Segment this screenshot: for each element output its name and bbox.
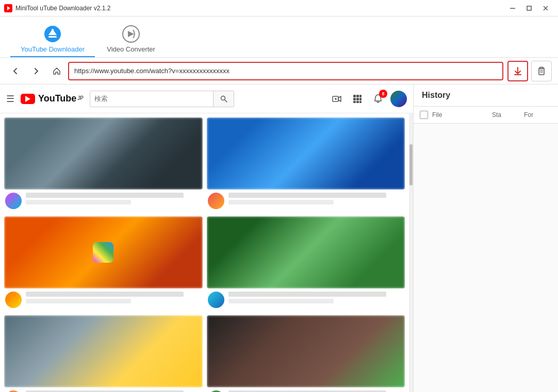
video-thumbnail bbox=[4, 117, 203, 190]
select-all-checkbox[interactable] bbox=[420, 111, 428, 119]
card-meta bbox=[228, 193, 404, 209]
svg-rect-7 bbox=[48, 36, 57, 38]
video-converter-label: Video Converter bbox=[107, 45, 155, 53]
close-button[interactable] bbox=[537, 1, 554, 15]
video-thumbnail bbox=[207, 315, 405, 387]
download-button[interactable] bbox=[507, 61, 528, 81]
card-info bbox=[4, 190, 203, 212]
svg-rect-3 bbox=[527, 6, 531, 10]
video-card[interactable] bbox=[4, 117, 203, 212]
url-input[interactable] bbox=[68, 62, 503, 80]
card-subtitle bbox=[26, 200, 131, 204]
title-bar: MiniTool uTube Downloader v2.1.2 bbox=[0, 0, 558, 16]
history-table-header: File Sta For bbox=[414, 107, 558, 124]
create-button[interactable] bbox=[329, 91, 345, 107]
card-info bbox=[4, 288, 203, 311]
youtube-content[interactable]: ライブ配信中 bbox=[0, 113, 409, 392]
card-meta bbox=[26, 193, 202, 209]
channel-icon bbox=[208, 292, 224, 308]
svg-rect-25 bbox=[356, 98, 359, 100]
youtube-logo-region: JP bbox=[77, 95, 84, 101]
svg-rect-23 bbox=[359, 95, 362, 97]
video-thumbnail bbox=[207, 216, 405, 288]
svg-line-17 bbox=[224, 99, 227, 102]
menu-icon[interactable]: ☰ bbox=[6, 93, 14, 105]
card-subtitle bbox=[26, 299, 131, 303]
search-button[interactable] bbox=[213, 91, 234, 107]
notification-badge: 8 bbox=[379, 90, 387, 98]
svg-rect-26 bbox=[359, 98, 362, 100]
apps-button[interactable] bbox=[349, 91, 366, 107]
video-thumbnail bbox=[207, 117, 405, 190]
search-input[interactable] bbox=[90, 91, 213, 107]
video-thumbnail bbox=[4, 216, 203, 288]
home-button[interactable] bbox=[47, 62, 66, 80]
youtube-header: ☰ YouTube JP bbox=[0, 84, 413, 113]
channel-icon bbox=[208, 193, 224, 209]
svg-rect-2 bbox=[510, 8, 515, 9]
scrollbar-thumb[interactable] bbox=[409, 144, 413, 185]
card-info bbox=[207, 190, 405, 212]
svg-rect-29 bbox=[359, 101, 362, 103]
user-avatar[interactable] bbox=[390, 91, 407, 107]
youtube-downloader-label: YouTube Downloader bbox=[21, 45, 85, 53]
toolbar bbox=[0, 58, 558, 84]
history-title: History bbox=[414, 84, 558, 107]
svg-rect-11 bbox=[514, 74, 521, 75]
youtube-logo[interactable]: YouTube JP bbox=[21, 93, 84, 104]
browser-panel: ☰ YouTube JP bbox=[0, 84, 414, 392]
maximize-button[interactable] bbox=[521, 1, 537, 15]
notifications-button[interactable]: 8 bbox=[370, 91, 386, 107]
svg-rect-22 bbox=[356, 95, 359, 97]
video-card[interactable] bbox=[207, 315, 405, 392]
card-meta bbox=[26, 292, 202, 308]
forward-button[interactable] bbox=[27, 62, 45, 80]
card-subtitle bbox=[228, 299, 334, 303]
video-converter-icon bbox=[122, 25, 140, 43]
card-title bbox=[26, 193, 184, 198]
app-title: MiniTool uTube Downloader v2.1.2 bbox=[15, 5, 504, 12]
search-bar bbox=[90, 91, 234, 107]
youtube-play-icon bbox=[25, 96, 30, 102]
scrollbar[interactable] bbox=[409, 113, 413, 392]
svg-rect-9 bbox=[52, 29, 54, 35]
main-area: ☰ YouTube JP bbox=[0, 84, 558, 392]
svg-rect-27 bbox=[353, 101, 356, 103]
col-format-label: For bbox=[524, 111, 552, 118]
svg-rect-28 bbox=[356, 101, 359, 103]
card-info bbox=[207, 288, 405, 311]
card-title bbox=[228, 292, 386, 297]
history-empty-area bbox=[414, 124, 558, 392]
youtube-downloader-icon bbox=[43, 25, 62, 43]
video-card[interactable] bbox=[4, 315, 203, 392]
svg-rect-21 bbox=[353, 95, 356, 97]
svg-rect-24 bbox=[353, 98, 356, 100]
minimize-button[interactable] bbox=[504, 1, 521, 15]
video-thumbnail bbox=[4, 315, 203, 387]
window-controls bbox=[504, 1, 554, 15]
card-title bbox=[26, 292, 184, 297]
col-status-label: Sta bbox=[492, 111, 520, 118]
card-meta bbox=[228, 292, 404, 308]
col-file-label: File bbox=[432, 111, 488, 118]
tab-video-converter[interactable]: Video Converter bbox=[95, 21, 167, 57]
back-button[interactable] bbox=[6, 62, 25, 80]
youtube-logo-icon bbox=[21, 94, 35, 104]
tab-bar: YouTube Downloader Video Converter bbox=[0, 16, 558, 58]
channel-icon bbox=[5, 193, 22, 209]
clipboard-button[interactable] bbox=[531, 61, 552, 81]
history-panel: History File Sta For bbox=[414, 84, 558, 392]
card-title bbox=[228, 193, 386, 198]
youtube-actions: 8 bbox=[329, 91, 407, 107]
card-info bbox=[207, 387, 405, 392]
youtube-logo-text: YouTube bbox=[38, 93, 76, 104]
video-card[interactable] bbox=[207, 216, 405, 311]
app-icon bbox=[4, 4, 12, 12]
video-card[interactable] bbox=[4, 216, 203, 311]
card-info bbox=[4, 387, 203, 392]
tab-youtube-downloader[interactable]: YouTube Downloader bbox=[10, 21, 95, 57]
video-card[interactable] bbox=[207, 117, 405, 212]
card-subtitle bbox=[228, 200, 334, 204]
video-grid: ライブ配信中 bbox=[4, 117, 405, 392]
channel-overlay bbox=[93, 242, 113, 263]
